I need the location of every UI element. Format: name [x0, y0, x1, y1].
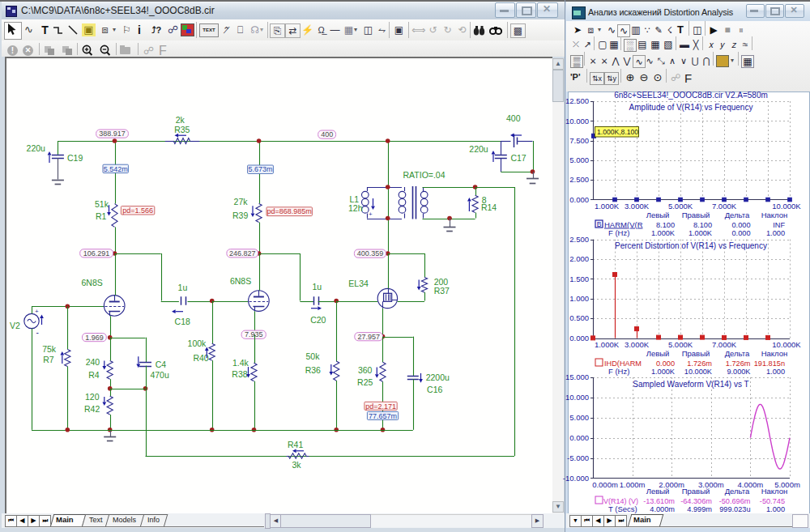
svg-text:7.000K: 7.000K: [712, 340, 737, 349]
svg-text:B: B: [597, 220, 602, 228]
svg-text:F (Hz): F (Hz): [608, 367, 629, 376]
svg-text:-5.000: -5.000: [567, 453, 589, 462]
svg-text:Левый: Левый: [646, 349, 670, 358]
svg-text:0.000: 0.000: [656, 360, 675, 368]
svg-text:Дельта: Дельта: [725, 487, 750, 496]
svg-text:Sampled Waveform V(R14) vs T: Sampled Waveform V(R14) vs T: [633, 380, 748, 389]
svg-text:Amplitude of V(R14) vs Frequen: Amplitude of V(R14) vs Frequency: [629, 103, 753, 112]
svg-text:Наклон: Наклон: [761, 349, 788, 358]
svg-text:2.500: 2.500: [569, 175, 589, 184]
svg-text:F (Hz): F (Hz): [608, 228, 629, 237]
svg-text:Наклон: Наклон: [761, 211, 788, 219]
svg-text:9.000K: 9.000K: [727, 368, 751, 376]
svg-text:6n8c+SEEL34!_OOOC8dB.cir V2.A=: 6n8c+SEEL34!_OOOC8dB.cir V2.A=580m: [614, 91, 768, 100]
svg-text:1.000K: 1.000K: [688, 229, 713, 237]
svg-text:4.000m: 4.000m: [650, 505, 675, 513]
svg-text:5.000: 5.000: [569, 155, 589, 164]
svg-text:Правый: Правый: [682, 349, 710, 358]
svg-text:1.726m: 1.726m: [726, 360, 751, 368]
svg-text:12.500: 12.500: [565, 96, 589, 105]
svg-text:8.100: 8.100: [656, 221, 675, 229]
svg-text:Наклон: Наклон: [761, 487, 788, 496]
svg-text:0.000: 0.000: [569, 433, 589, 442]
svg-text:Дельта: Дельта: [725, 211, 750, 219]
svg-text:1.000K: 1.000K: [651, 368, 676, 376]
svg-text:3.000K: 3.000K: [625, 202, 650, 211]
svg-text:Правый: Правый: [682, 211, 710, 219]
svg-text:1.000: 1.000: [766, 368, 785, 376]
svg-text:10.000K: 10.000K: [772, 340, 801, 349]
svg-text:-13.610m: -13.610m: [643, 497, 675, 505]
svg-text:5.000: 5.000: [569, 413, 589, 422]
svg-text:-50.745: -50.745: [760, 497, 785, 505]
svg-text:7.500: 7.500: [569, 136, 589, 145]
svg-text:V(R14) (V): V(R14) (V): [603, 497, 638, 505]
svg-text:0.500: 0.500: [569, 313, 589, 322]
svg-text:-10.000: -10.000: [563, 474, 589, 483]
svg-text:1.000K: 1.000K: [595, 202, 620, 211]
svg-text:0.000m: 0.000m: [592, 480, 618, 489]
svg-text:0.000: 0.000: [732, 229, 751, 237]
svg-text:Percent Distortion of V(R14) v: Percent Distortion of V(R14) vs Frequenc…: [615, 241, 767, 250]
svg-text:1.000K,8.100: 1.000K,8.100: [597, 128, 638, 136]
svg-text:1.000K: 1.000K: [595, 340, 620, 349]
svg-text:1.500: 1.500: [569, 275, 589, 283]
svg-text:1.000: 1.000: [766, 229, 785, 237]
svg-text:8.100: 8.100: [693, 221, 712, 229]
svg-text:Правый: Правый: [682, 487, 710, 496]
svg-text:Левый: Левый: [646, 211, 670, 219]
svg-text:10.000: 10.000: [565, 393, 589, 402]
svg-text:1.000: 1.000: [569, 294, 589, 303]
svg-text:Левый: Левый: [646, 487, 670, 496]
svg-text:7.000K: 7.000K: [712, 202, 737, 211]
svg-text:10.000K: 10.000K: [772, 202, 801, 211]
svg-text:191.815n: 191.815n: [754, 360, 785, 368]
svg-text:5.000K: 5.000K: [668, 340, 693, 349]
svg-text:5.000K: 5.000K: [668, 202, 693, 211]
svg-text:-64.306m: -64.306m: [680, 497, 712, 505]
svg-text:0.000: 0.000: [732, 221, 751, 229]
svg-text:HARM(V(R: HARM(V(R: [604, 220, 643, 229]
svg-text:Дельта: Дельта: [725, 349, 750, 358]
svg-text:4.999m: 4.999m: [687, 505, 712, 513]
svg-text:15.000: 15.000: [565, 372, 589, 381]
svg-text:10.000: 10.000: [565, 117, 589, 126]
svg-text:1.000m: 1.000m: [620, 480, 646, 489]
svg-text:999.023u: 999.023u: [719, 505, 750, 513]
svg-text:0.000: 0.000: [569, 195, 589, 204]
svg-text:2.500: 2.500: [569, 235, 589, 244]
svg-text:0.000: 0.000: [569, 334, 589, 343]
svg-text:10.000K: 10.000K: [684, 368, 713, 376]
svg-text:IHD(HARM: IHD(HARM: [604, 360, 642, 368]
svg-text:-50.696m: -50.696m: [719, 497, 751, 505]
svg-text:T (Secs): T (Secs): [608, 504, 637, 513]
svg-text:INF: INF: [773, 221, 785, 229]
svg-text:1.000K: 1.000K: [651, 229, 676, 237]
svg-text:1.726m: 1.726m: [687, 360, 712, 368]
svg-text:3.000K: 3.000K: [625, 340, 650, 349]
svg-text:1.000: 1.000: [766, 505, 785, 513]
svg-text:2.000: 2.000: [569, 254, 589, 263]
